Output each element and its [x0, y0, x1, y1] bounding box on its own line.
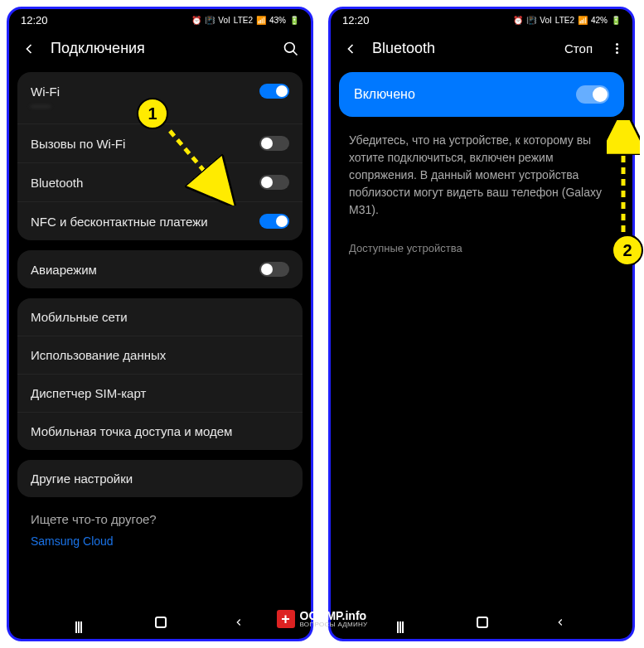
signal-icon: 📶	[256, 16, 266, 25]
annotation-badge-1: 1	[137, 98, 168, 129]
sim-label: Диспетчер SIM-карт	[31, 386, 146, 400]
available-devices-label: Доступные устройства	[331, 219, 632, 254]
row-sim-manager[interactable]: Диспетчер SIM-карт	[17, 375, 303, 413]
alarm-icon: ⏰	[513, 16, 523, 25]
battery-icon: 🔋	[289, 16, 299, 25]
header: Подключения	[9, 30, 311, 72]
settings-content: Wi-Fi —— Вызовы по Wi-Fi Bluetooth NFC и…	[9, 72, 311, 553]
status-bar: 12:20 ⏰ 📳 VoI LTE2 📶 43% 🔋	[9, 9, 311, 30]
nav-bar	[331, 606, 632, 639]
row-mobile-networks[interactable]: Мобильные сети	[17, 298, 303, 336]
vibrate-icon: 📳	[526, 16, 536, 25]
wifi-calling-toggle[interactable]	[259, 136, 289, 151]
annotation-badge-2: 2	[612, 235, 643, 266]
nav-bar	[9, 606, 311, 639]
back-icon[interactable]	[342, 41, 359, 57]
battery-text: 43%	[269, 16, 286, 25]
svg-point-0	[285, 42, 295, 52]
nav-recent-button[interactable]	[397, 621, 410, 623]
bluetooth-label: Bluetooth	[31, 176, 83, 190]
row-bluetooth[interactable]: Bluetooth	[17, 163, 303, 202]
back-icon[interactable]	[21, 41, 37, 57]
volte-icon: VoI	[218, 16, 230, 25]
group-airplane: Авиарежим	[17, 250, 303, 288]
nav-home-button[interactable]	[477, 617, 488, 628]
search-icon[interactable]	[283, 41, 299, 57]
row-other-settings[interactable]: Другие настройки	[17, 460, 303, 497]
lte-icon: LTE2	[555, 16, 574, 25]
search-prompt-text: Ищете что-то другое?	[17, 507, 303, 530]
page-title: Подключения	[51, 40, 269, 57]
bluetooth-enabled-row[interactable]: Включено	[339, 72, 624, 117]
group-wireless: Wi-Fi —— Вызовы по Wi-Fi Bluetooth NFC и…	[17, 72, 303, 240]
mobile-networks-label: Мобильные сети	[31, 310, 128, 324]
status-bar: 12:20 ⏰ 📳 VoI LTE2 📶 42% 🔋	[331, 9, 632, 30]
signal-icon: 📶	[578, 16, 588, 25]
status-time: 12:20	[342, 14, 370, 27]
vibrate-icon: 📳	[205, 16, 215, 25]
battery-text: 42%	[591, 16, 608, 25]
row-wifi-calling[interactable]: Вызовы по Wi-Fi	[17, 124, 303, 163]
page-title: Bluetooth	[372, 40, 551, 57]
airplane-label: Авиарежим	[31, 263, 97, 277]
samsung-cloud-link[interactable]: Samsung Cloud	[17, 530, 303, 553]
header: Bluetooth Стоп	[331, 30, 632, 72]
bluetooth-master-toggle[interactable]	[576, 85, 609, 104]
watermark-icon: +	[276, 610, 294, 628]
row-data-usage[interactable]: Использование данных	[17, 336, 303, 375]
watermark-sub: ВОПРОСЫ АДМИНУ	[299, 621, 367, 628]
phone-bluetooth: 12:20 ⏰ 📳 VoI LTE2 📶 42% 🔋 Bluetooth Сто…	[328, 7, 635, 641]
wifi-label: Wi-Fi	[31, 85, 60, 99]
status-indicators: ⏰ 📳 VoI LTE2 📶 43% 🔋	[191, 16, 299, 25]
battery-icon: 🔋	[611, 16, 621, 25]
nav-back-button[interactable]	[233, 617, 245, 628]
nfc-toggle[interactable]	[259, 214, 289, 229]
bluetooth-toggle[interactable]	[259, 175, 289, 190]
enabled-label: Включено	[354, 87, 415, 102]
group-other: Другие настройки	[17, 460, 303, 497]
nfc-label: NFC и бесконтактные платежи	[31, 215, 208, 229]
watermark: + OCOMP.info ВОПРОСЫ АДМИНУ	[276, 610, 367, 628]
alarm-icon: ⏰	[191, 16, 201, 25]
annotation-arrow-1	[162, 123, 236, 206]
row-nfc[interactable]: NFC и бесконтактные платежи	[17, 202, 303, 240]
lte-icon: LTE2	[234, 16, 253, 25]
airplane-toggle[interactable]	[259, 262, 289, 277]
hotspot-label: Мобильная точка доступа и модем	[31, 424, 232, 438]
wifi-network: ——	[31, 100, 51, 112]
status-indicators: ⏰ 📳 VoI LTE2 📶 42% 🔋	[513, 16, 621, 25]
wifi-calling-label: Вызовы по Wi-Fi	[31, 137, 125, 151]
row-hotspot[interactable]: Мобильная точка доступа и модем	[17, 413, 303, 450]
nav-back-button[interactable]	[554, 617, 566, 628]
more-icon[interactable]	[616, 43, 621, 54]
data-usage-label: Использование данных	[31, 348, 166, 362]
stop-button[interactable]: Стоп	[564, 41, 593, 56]
row-airplane[interactable]: Авиарежим	[17, 250, 303, 288]
watermark-main: OCOMP.info	[299, 610, 367, 621]
wifi-toggle[interactable]	[259, 84, 289, 99]
volte-icon: VoI	[540, 16, 551, 25]
nav-recent-button[interactable]	[75, 621, 89, 623]
group-mobile: Мобильные сети Использование данных Дисп…	[17, 298, 303, 450]
nav-home-button[interactable]	[155, 617, 167, 628]
annotation-arrow-2	[607, 120, 640, 244]
bluetooth-info-text: Убедитесь, что на устройстве, к которому…	[331, 132, 632, 219]
status-time: 12:20	[21, 14, 48, 27]
other-settings-label: Другие настройки	[31, 471, 133, 486]
